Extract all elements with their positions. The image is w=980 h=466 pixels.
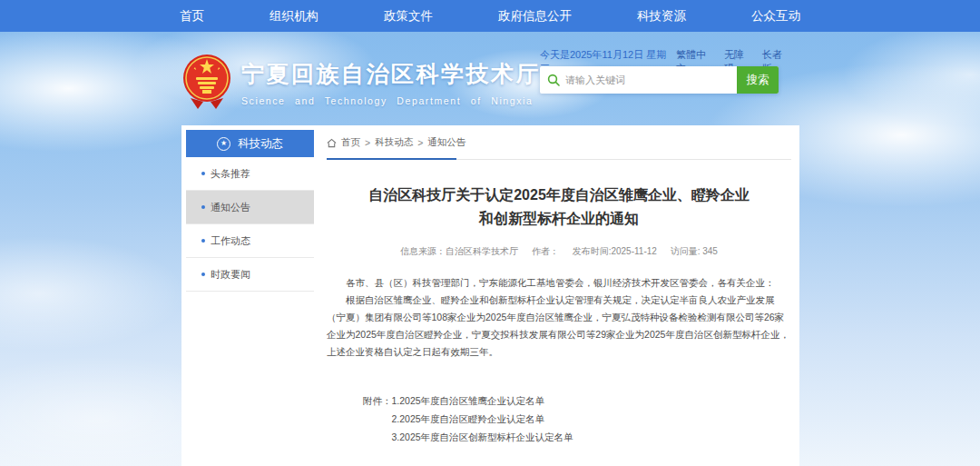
bullet-icon — [201, 172, 205, 175]
search-icon — [547, 74, 560, 86]
breadcrumb-rule — [327, 158, 791, 160]
star-circle-icon: ★ — [217, 137, 230, 151]
search-button[interactable]: 搜索 — [737, 66, 779, 94]
breadcrumb: 首页 > 科技动态 > 通知公告 — [327, 134, 791, 151]
attachments-label: 附件： — [363, 392, 392, 446]
nav-item-policy[interactable]: 政策文件 — [384, 8, 433, 25]
attachments-block: 附件： 1.2025年度自治区雏鹰企业认定名单 2.2025年度自治区瞪羚企业认… — [363, 392, 791, 446]
sidebar-header: ★ 科技动态 — [186, 130, 314, 157]
sidebar-item-label: 头条推荐 — [211, 167, 250, 181]
nav-item-tech-resources[interactable]: 科技资源 — [637, 8, 686, 25]
search-input[interactable] — [560, 74, 737, 85]
nav-item-home[interactable]: 首页 — [180, 8, 204, 25]
top-nav: 首页 组织机构 政策文件 政府信息公开 科技资源 公众互动 — [0, 0, 980, 32]
content-container: ★ 科技动态 头条推荐 通知公告 工作动态 时政要闻 — [181, 125, 799, 466]
article-panel: 首页 > 科技动态 > 通知公告 自治区科技厅关于认定2025年度自治区雏鹰企业… — [327, 125, 791, 446]
site-subtitle: Science and Technology Department of Nin… — [241, 95, 541, 106]
site-title: 宁夏回族自治区科学技术厅 — [241, 59, 541, 89]
meta-source: 信息来源：自治区科学技术厅 — [400, 246, 518, 256]
sidebar-item-notices[interactable]: 通知公告 — [186, 191, 314, 224]
sidebar-item-label: 通知公告 — [211, 201, 250, 214]
meta-author: 作者： — [532, 246, 559, 256]
site-logo[interactable]: 宁夏回族自治区科学技术厅 Science and Technology Depa… — [181, 53, 541, 113]
article-body: 各市、县（区）科技管理部门，宁东能源化工基地管委会，银川经济技术开发区管委会，各… — [327, 274, 791, 361]
bullet-icon — [201, 239, 205, 243]
sidebar-item-current-politics[interactable]: 时政要闻 — [186, 258, 314, 292]
sidebar-item-label: 时政要闻 — [211, 268, 250, 282]
breadcrumb-separator: > — [417, 137, 423, 148]
sidebar-item-headlines[interactable]: 头条推荐 — [186, 157, 314, 191]
meta-visit-count: 访问量: 345 — [671, 246, 718, 256]
article-title: 自治区科技厅关于认定2025年度自治区雏鹰企业、瞪羚企业 和创新型标杆企业的通知 — [327, 183, 791, 231]
home-icon — [327, 138, 337, 148]
breadcrumb-notices[interactable]: 通知公告 — [427, 136, 466, 149]
article-paragraph: 各市、县（区）科技管理部门，宁东能源化工基地管委会，银川经济技术开发区管委会，各… — [327, 274, 791, 292]
sidebar-item-label: 工作动态 — [211, 234, 250, 248]
search-bar: 搜索 — [540, 66, 779, 94]
national-emblem-icon — [181, 53, 232, 113]
bullet-icon — [201, 273, 205, 276]
attachment-link-2[interactable]: 2.2025年度自治区瞪羚企业认定名单 — [392, 410, 573, 428]
sidebar: ★ 科技动态 头条推荐 通知公告 工作动态 时政要闻 — [186, 130, 314, 292]
sidebar-item-work-updates[interactable]: 工作动态 — [186, 224, 314, 258]
attachment-link-1[interactable]: 1.2025年度自治区雏鹰企业认定名单 — [392, 392, 573, 410]
article-paragraph: 根据自治区雏鹰企业、瞪羚企业和创新型标杆企业认定管理有关规定，决定认定半亩良人农… — [327, 292, 791, 361]
breadcrumb-home[interactable]: 首页 — [341, 136, 360, 149]
attachment-link-3[interactable]: 3.2025年度自治区创新型标杆企业认定名单 — [392, 428, 573, 446]
bullet-icon — [201, 205, 205, 209]
page: 首页 组织机构 政策文件 政府信息公开 科技资源 公众互动 宁夏回族自治区科学技… — [0, 0, 980, 466]
nav-item-organization[interactable]: 组织机构 — [270, 8, 318, 25]
breadcrumb-tech-news[interactable]: 科技动态 — [375, 136, 413, 149]
article-meta: 信息来源：自治区科学技术厅 作者： 发布时间:2025-11-12 访问量: 3… — [327, 245, 791, 258]
meta-publish-time: 发布时间:2025-11-12 — [573, 246, 657, 256]
nav-item-gov-info[interactable]: 政府信息公开 — [498, 8, 572, 25]
sidebar-title: 科技动态 — [238, 136, 283, 152]
nav-item-public-interaction[interactable]: 公众互动 — [751, 8, 800, 25]
breadcrumb-separator: > — [365, 137, 370, 148]
